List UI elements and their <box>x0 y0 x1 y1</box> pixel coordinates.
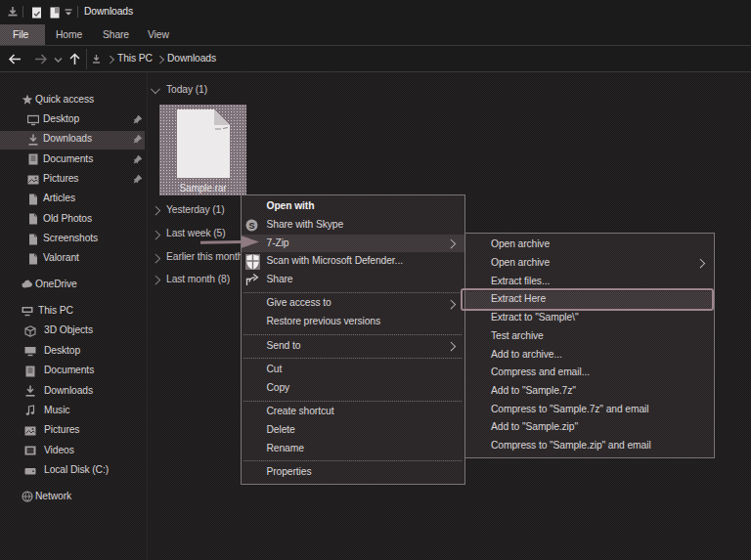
svg-text:S: S <box>248 220 254 230</box>
